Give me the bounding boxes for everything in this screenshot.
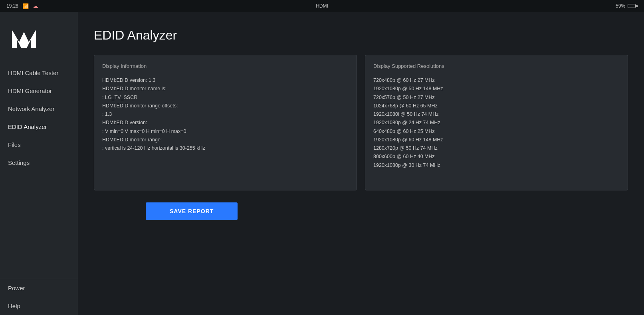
display-info-content: HDMI:EDID version: 1.3 HDMI:EDID monitor… xyxy=(102,76,349,153)
nav-items: HDMI Cable Tester HDMI Generator Network… xyxy=(0,64,78,315)
resolution-line-7: 1920x1080p @ 60 Hz 148 MHz xyxy=(373,136,620,144)
cloud-icon xyxy=(33,3,38,9)
sidebar-item-hdmi-generator[interactable]: HDMI Generator xyxy=(0,82,78,100)
resolution-line-9: 800x600p @ 60 Hz 40 MHz xyxy=(373,153,620,161)
resolution-line-1: 1920x1080p @ 50 Hz 148 MHz xyxy=(373,85,620,93)
svg-marker-0 xyxy=(12,30,36,48)
display-info-line-0: HDMI:EDID version: 1.3 xyxy=(102,76,349,85)
resolution-line-2: 720x576p @ 50 Hz 27 MHz xyxy=(373,93,620,102)
logo xyxy=(8,24,40,52)
sidebar-item-edid-analyzer[interactable]: EDID Analyzer xyxy=(0,118,78,136)
save-report-button[interactable]: SAVE REPORT xyxy=(146,202,238,220)
sidebar: HDMI Cable Tester HDMI Generator Network… xyxy=(0,12,78,315)
display-info-line-8: : vertical is 24-120 Hz horizontal is 30… xyxy=(102,144,349,153)
resolution-line-6: 640x480p @ 60 Hz 25 MHz xyxy=(373,127,620,136)
display-resolutions-panel: Display Supported Resolutions 720x480p @… xyxy=(365,55,628,190)
resolution-line-3: 1024x768p @ 60 Hz 65 MHz xyxy=(373,102,620,110)
display-info-line-2: : LG_TV_SSCR xyxy=(102,93,349,102)
battery-percent: 59% xyxy=(616,3,625,9)
sidebar-item-help[interactable]: Help xyxy=(0,297,78,315)
sidebar-item-network-analyzer[interactable]: Network Analyzer xyxy=(0,100,78,118)
display-info-title: Display Information xyxy=(102,63,349,69)
resolution-line-5: 1920x1080p @ 24 Hz 74 MHz xyxy=(373,119,620,127)
display-info-panel: Display Information HDMI:EDID version: 1… xyxy=(94,55,357,190)
sidebar-item-files[interactable]: Files xyxy=(0,136,78,154)
hdmi-label: HDMI xyxy=(316,3,328,9)
display-info-line-5: HDMI:EDID version: xyxy=(102,119,349,127)
nav-bottom: Power Help xyxy=(0,279,78,315)
main-layout: HDMI Cable Tester HDMI Generator Network… xyxy=(0,12,644,315)
display-info-line-7: HDMI:EDID monitor range: xyxy=(102,136,349,144)
status-bar-right: 59% xyxy=(616,3,638,9)
resolution-line-8: 1280x720p @ 50 Hz 74 MHz xyxy=(373,144,620,153)
time-display: 19:28 xyxy=(6,3,18,9)
resolution-line-4: 1920x1080i @ 50 Hz 74 MHz xyxy=(373,110,620,119)
display-info-line-6: : V min=0 V max=0 H min=0 H max=0 xyxy=(102,127,349,136)
wifi-icon xyxy=(22,3,29,9)
status-bar-left: 19:28 xyxy=(6,3,38,9)
sidebar-item-power[interactable]: Power xyxy=(0,279,78,297)
content-area: EDID Analyzer Display Information HDMI:E… xyxy=(78,12,644,315)
panels-row: Display Information HDMI:EDID version: 1… xyxy=(94,55,628,190)
display-resolutions-content: 720x480p @ 60 Hz 27 MHz 1920x1080p @ 50 … xyxy=(373,76,620,170)
status-bar: 19:28 HDMI 59% xyxy=(0,0,644,12)
sidebar-item-settings[interactable]: Settings xyxy=(0,154,78,172)
display-info-line-1: HDMI:EDID monitor name is: xyxy=(102,85,349,93)
sidebar-item-hdmi-cable-tester[interactable]: HDMI Cable Tester xyxy=(0,64,78,82)
display-info-line-3: HDMI:EDID monitor range offsets: xyxy=(102,102,349,110)
resolution-line-0: 720x480p @ 60 Hz 27 MHz xyxy=(373,76,620,85)
battery-icon xyxy=(628,4,638,8)
display-info-line-4: : 1.3 xyxy=(102,110,349,119)
page-title: EDID Analyzer xyxy=(94,28,628,43)
resolution-line-10: 1920x1080p @ 30 Hz 74 MHz xyxy=(373,161,620,170)
display-resolutions-title: Display Supported Resolutions xyxy=(373,63,620,69)
logo-area xyxy=(0,16,78,64)
